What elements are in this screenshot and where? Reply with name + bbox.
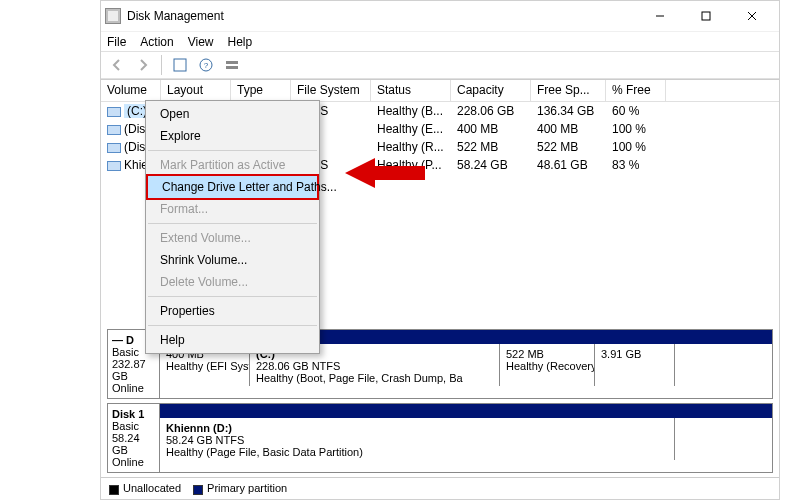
context-menu: Open Explore Mark Partition as Active Ch… (145, 100, 320, 354)
ctx-shrink-volume[interactable]: Shrink Volume... (146, 249, 319, 271)
ctx-separator (148, 296, 317, 297)
refresh-icon[interactable] (168, 53, 192, 77)
svg-rect-8 (226, 66, 238, 69)
ctx-extend-volume: Extend Volume... (146, 227, 319, 249)
svg-rect-4 (174, 59, 186, 71)
col-pctfree[interactable]: % Free (606, 80, 666, 101)
menu-action[interactable]: Action (140, 35, 173, 49)
drive-icon (107, 107, 121, 117)
back-icon[interactable] (105, 53, 129, 77)
ctx-change-drive-letter[interactable]: Change Drive Letter and Paths... (146, 174, 319, 200)
app-icon (105, 8, 121, 24)
forward-icon[interactable] (131, 53, 155, 77)
col-volume[interactable]: Volume (101, 80, 161, 101)
drive-icon (107, 143, 121, 153)
disk-label: Disk 1Basic58.24 GBOnline (108, 404, 160, 472)
ctx-format: Format... (146, 198, 319, 220)
drive-icon (107, 161, 121, 171)
settings-icon[interactable] (220, 53, 244, 77)
ctx-properties[interactable]: Properties (146, 300, 319, 322)
menu-view[interactable]: View (188, 35, 214, 49)
window-title: Disk Management (127, 9, 637, 23)
svg-rect-7 (226, 61, 238, 64)
col-status[interactable]: Status (371, 80, 451, 101)
ctx-separator (148, 150, 317, 151)
col-free[interactable]: Free Sp... (531, 80, 606, 101)
help-icon[interactable]: ? (194, 53, 218, 77)
col-capacity[interactable]: Capacity (451, 80, 531, 101)
legend-unallocated: Unallocated (109, 482, 181, 494)
maximize-button[interactable] (683, 1, 729, 31)
partition[interactable]: 3.91 GB (595, 344, 675, 386)
ctx-help[interactable]: Help (146, 329, 319, 351)
col-filesystem[interactable]: File System (291, 80, 371, 101)
col-type[interactable]: Type (231, 80, 291, 101)
legend-primary: Primary partition (193, 482, 287, 494)
partition[interactable]: Khiennn (D:)58.24 GB NTFSHealthy (Page F… (160, 418, 675, 460)
ctx-separator (148, 325, 317, 326)
toolbar-separator (161, 55, 162, 75)
annotation-arrow-icon (345, 153, 425, 196)
drive-icon (107, 125, 121, 135)
ctx-explore[interactable]: Explore (146, 125, 319, 147)
ctx-mark-active: Mark Partition as Active (146, 154, 319, 176)
ctx-open[interactable]: Open (146, 103, 319, 125)
svg-marker-9 (345, 158, 425, 188)
menu-file[interactable]: File (107, 35, 126, 49)
svg-text:?: ? (204, 61, 209, 70)
partition[interactable]: 522 MBHealthy (Recovery (500, 344, 595, 386)
menu-help[interactable]: Help (228, 35, 253, 49)
close-button[interactable] (729, 1, 775, 31)
minimize-button[interactable] (637, 1, 683, 31)
ctx-delete-volume: Delete Volume... (146, 271, 319, 293)
ctx-separator (148, 223, 317, 224)
col-layout[interactable]: Layout (161, 80, 231, 101)
svg-rect-1 (702, 12, 710, 20)
disk-row: Disk 1Basic58.24 GBOnlineKhiennn (D:)58.… (107, 403, 773, 473)
